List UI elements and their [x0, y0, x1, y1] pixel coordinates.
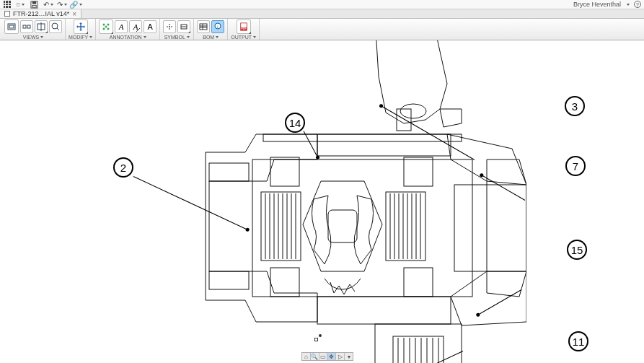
user-menu-dropdown-icon[interactable] [625, 1, 630, 8]
svg-rect-22 [200, 24, 207, 30]
pdf-export-button[interactable]: PDF [237, 19, 251, 34]
ribbon-label-views[interactable]: VIEWS [23, 34, 44, 40]
svg-rect-62 [404, 157, 433, 186]
svg-text:PDF: PDF [241, 27, 246, 30]
svg-rect-39 [317, 134, 451, 156]
svg-point-14 [103, 28, 105, 30]
svg-point-34 [400, 104, 426, 118]
svg-rect-36 [209, 163, 249, 181]
user-name[interactable]: Bryce Heventhal [573, 1, 621, 8]
link-icon[interactable]: 🔗 [71, 1, 79, 9]
svg-rect-5 [9, 25, 14, 28]
nav-more-icon[interactable]: ▾ [345, 353, 353, 360]
app-menu-icon[interactable] [3, 1, 11, 9]
help-icon[interactable]: ? [634, 1, 641, 8]
svg-point-13 [107, 24, 110, 26]
table-button[interactable] [197, 20, 210, 33]
ribbon-label-bom[interactable]: BOM [203, 34, 219, 40]
move-button[interactable] [74, 19, 88, 34]
document-tab-bar: FTR-212…IAL v14* × [0, 9, 644, 19]
ribbon-toolbar: VIEWS MODIFY A A A ANNOTATION SYMBOL i B… [0, 19, 644, 40]
save-icon[interactable] [30, 1, 38, 9]
ribbon-label-output[interactable]: OUTPUT [231, 34, 256, 40]
svg-point-15 [107, 28, 110, 30]
svg-text:i: i [218, 25, 219, 29]
close-tab-icon[interactable]: × [72, 10, 76, 18]
document-icon [4, 11, 10, 17]
leader-button[interactable]: A [129, 20, 142, 33]
svg-rect-2 [32, 1, 37, 4]
nav-zoom-icon[interactable]: 🔍 [311, 353, 319, 360]
ribbon-group-output: PDF OUTPUT [228, 19, 260, 40]
top-menu-bar: ↶ ↷ 🔗 Bryce Heventhal ? [0, 0, 644, 9]
drawing-canvas[interactable]: 14 2 3 7 15 11 [0, 40, 644, 363]
file-menu-icon[interactable] [17, 1, 25, 9]
note-button[interactable]: A [144, 20, 156, 33]
svg-rect-37 [209, 271, 249, 289]
balloon-callout[interactable]: 2 [113, 157, 133, 178]
surface-button[interactable] [177, 20, 190, 33]
dimension-button[interactable] [99, 19, 113, 34]
nav-select-icon[interactable]: ▷ [336, 353, 345, 360]
ribbon-group-modify: MODIFY [66, 19, 96, 40]
undo-icon[interactable]: ↶ [44, 1, 52, 9]
svg-rect-64 [404, 268, 433, 297]
svg-rect-75 [454, 185, 526, 271]
svg-rect-7 [27, 25, 30, 28]
document-tab[interactable]: FTR-212…IAL v14* × [0, 9, 81, 18]
ribbon-label-symbol[interactable]: SYMBOL [164, 34, 190, 40]
nav-pan-icon[interactable]: ✥ [327, 353, 336, 360]
svg-rect-63 [270, 268, 299, 297]
svg-rect-61 [270, 157, 299, 186]
svg-rect-66 [393, 336, 444, 363]
nav-home-icon[interactable]: ⌂ [302, 353, 311, 360]
svg-point-10 [52, 23, 58, 29]
base-view-button[interactable] [4, 19, 19, 34]
top-bar-right: Bryce Heventhal ? [573, 1, 641, 8]
svg-rect-42 [261, 192, 301, 261]
svg-rect-40 [317, 297, 451, 324]
svg-rect-41 [252, 159, 472, 297]
view-nav-toolbar: ⌂ 🔍 ▭ ✥ ▷ ▾ [301, 352, 353, 361]
balloon-callout[interactable]: 7 [565, 156, 586, 176]
centerline-button[interactable] [163, 20, 176, 33]
redo-icon[interactable]: ↷ [58, 1, 66, 9]
nav-fit-icon[interactable]: ▭ [319, 353, 328, 360]
cursor-indicator [314, 334, 322, 341]
svg-rect-6 [23, 25, 26, 28]
svg-line-17 [136, 28, 140, 32]
balloon-callout[interactable]: 3 [565, 96, 585, 116]
svg-point-16 [105, 26, 107, 28]
balloon-callout[interactable]: 15 [567, 240, 587, 260]
balloon-callout[interactable]: 11 [568, 331, 588, 351]
svg-point-12 [103, 24, 105, 26]
svg-rect-51 [386, 192, 425, 261]
projected-view-button[interactable] [20, 20, 33, 33]
ribbon-label-annotation[interactable]: ANNOTATION [110, 34, 146, 40]
ribbon-label-modify[interactable]: MODIFY [69, 34, 92, 40]
top-bar-left: ↶ ↷ 🔗 [3, 1, 79, 9]
section-view-button[interactable] [35, 20, 48, 33]
text-button[interactable]: A [115, 20, 128, 33]
balloon-button[interactable]: i [211, 20, 224, 33]
detail-view-button[interactable] [49, 20, 62, 33]
svg-rect-60 [328, 210, 357, 242]
ribbon-group-views: VIEWS [1, 19, 66, 40]
ribbon-group-bom: i BOM [194, 19, 228, 40]
ribbon-group-annotation: A A A ANNOTATION [96, 19, 160, 40]
document-tab-label: FTR-212…IAL v14* [13, 10, 69, 17]
ribbon-group-symbol: SYMBOL [160, 19, 194, 40]
svg-line-11 [57, 28, 59, 30]
balloon-callout[interactable]: 14 [285, 113, 305, 133]
